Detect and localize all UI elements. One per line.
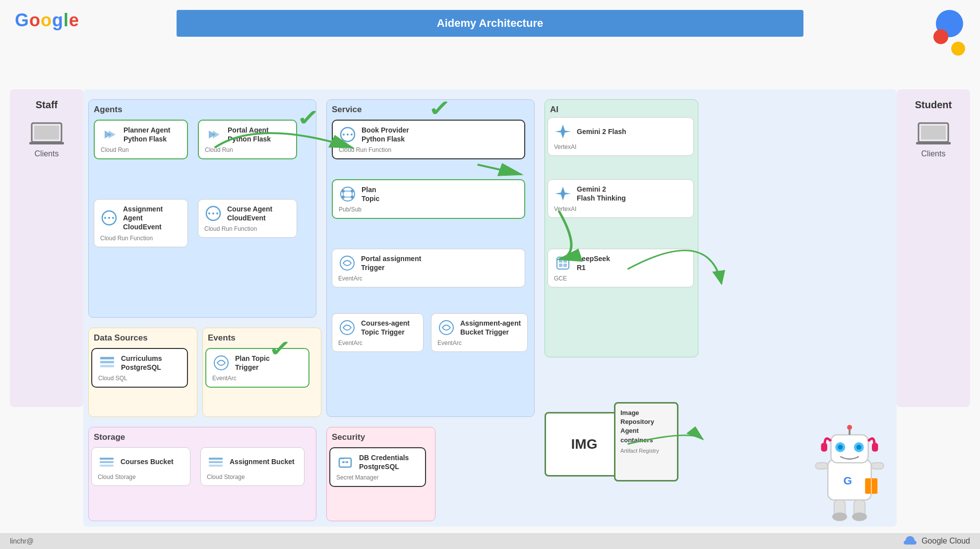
- portal-agent-card: Portal AgentPython Flask Cloud Run: [198, 120, 297, 159]
- svg-point-17: [216, 212, 218, 214]
- curriculums-icon: [98, 354, 116, 372]
- svg-rect-45: [100, 465, 114, 467]
- curriculums-card: CurriculumsPostgreSQL Cloud SQL: [91, 348, 188, 388]
- logo-o1: o: [29, 10, 40, 31]
- svg-rect-46: [209, 458, 223, 460]
- staff-label: Staff: [36, 99, 58, 111]
- portal-agent-sub: Cloud Run: [205, 146, 290, 153]
- svg-point-32: [340, 321, 354, 335]
- deepseek-card: DeepSeekR1 GCE: [548, 249, 694, 287]
- curriculums-name: CurriculumsPostgreSQL: [121, 354, 162, 372]
- logo-o2: o: [41, 10, 52, 31]
- assignment-bucket-trigger-sub: EventArc: [437, 340, 521, 346]
- svg-point-75: [832, 512, 847, 521]
- svg-marker-9: [213, 131, 220, 138]
- svg-rect-41: [100, 365, 114, 367]
- svg-rect-40: [100, 361, 114, 363]
- student-client-box: Clients: [916, 121, 951, 158]
- service-section: Service Book ProviderPython Flask Cloud …: [326, 99, 535, 417]
- gemini-flash-card: Gemini 2 Flash VertexAI: [548, 117, 694, 156]
- assignment-bucket-trigger-card: Assignment-agentBucket Trigger EventArc: [431, 313, 528, 352]
- agents-title: Agents: [94, 105, 311, 115]
- svg-rect-36: [563, 259, 567, 263]
- svg-point-19: [343, 134, 345, 136]
- courses-bucket-icon: [98, 453, 116, 471]
- portal-trigger-icon: [338, 254, 356, 272]
- svg-point-31: [340, 256, 354, 270]
- svg-rect-1: [34, 126, 59, 139]
- portal-assignment-trigger-card: Portal assignmentTrigger EventArc: [332, 249, 525, 287]
- student-panel: Student Clients: [897, 89, 970, 407]
- svg-point-33: [439, 321, 453, 335]
- student-clients-label: Clients: [921, 149, 946, 158]
- courses-bucket-sub: Cloud Storage: [98, 474, 184, 480]
- deepseek-name: DeepSeekR1: [577, 254, 610, 272]
- plan-topic-trigger-name: Plan TopicTrigger: [235, 354, 270, 372]
- course-agent-sub: Cloud Run Function: [204, 225, 291, 232]
- svg-rect-43: [100, 458, 114, 460]
- gemini-thinking-icon: [554, 185, 572, 203]
- gemini-thinking-name: Gemini 2Flash Thinking: [577, 185, 626, 203]
- plan-topic-trigger-icon: [212, 354, 230, 372]
- svg-marker-7: [109, 131, 116, 138]
- svg-rect-38: [563, 264, 567, 267]
- svg-rect-68: [821, 443, 828, 452]
- svg-point-15: [208, 212, 210, 214]
- planner-agent-name: Planner AgentPython Flask: [123, 126, 170, 143]
- svg-rect-47: [209, 461, 223, 463]
- assignment-bucket-name: Assignment Bucket: [230, 457, 295, 466]
- img-box: IMG: [545, 412, 624, 477]
- gemini-thinking-card: Gemini 2Flash Thinking VertexAI: [548, 179, 694, 218]
- book-provider-name: Book ProviderPython Flask: [362, 126, 409, 143]
- book-provider-sub: Cloud Run Function: [339, 146, 518, 153]
- svg-point-13: [112, 217, 114, 219]
- google-cloud-label: Google Cloud: [921, 537, 970, 546]
- courses-agent-trigger-name: Courses-agentTopic Trigger: [361, 319, 410, 337]
- plan-topic-icon: [339, 185, 357, 203]
- assignment-bucket-trigger-name: Assignment-agentBucket Trigger: [460, 319, 521, 337]
- ai-circle-red: [933, 29, 948, 44]
- svg-rect-37: [559, 264, 562, 267]
- plan-topic-sub: Pub/Sub: [339, 206, 518, 213]
- ai-title: AI: [550, 105, 693, 115]
- data-sources-section: Data Sources CurriculumsPostgreSQL Cloud…: [88, 328, 197, 417]
- ai-section: AI Gemini 2 Flash VertexAI Gemini 2Flash: [545, 99, 698, 357]
- staff-laptop-icon: [29, 121, 64, 145]
- assignment-bucket-sub: Cloud Storage: [207, 474, 298, 480]
- ai-badge: [933, 10, 965, 56]
- planner-agent-sub: Cloud Run: [101, 146, 181, 153]
- courses-agent-trigger-sub: EventArc: [338, 340, 417, 346]
- logo-g2: g: [52, 10, 63, 31]
- svg-point-22: [341, 187, 355, 201]
- service-title: Service: [332, 105, 529, 115]
- svg-point-16: [212, 212, 214, 214]
- svg-point-63: [857, 445, 861, 450]
- gemini-thinking-sub: VertexAI: [554, 206, 687, 212]
- svg-rect-69: [872, 443, 878, 452]
- courses-bucket-card: Courses Bucket Cloud Storage: [91, 447, 190, 486]
- artifacts-label-box: Image RepositoryAgent containers Artifac…: [614, 402, 678, 481]
- course-agent-icon: [204, 205, 222, 222]
- courses-agent-trigger-card: Courses-agentTopic Trigger EventArc: [332, 313, 424, 352]
- svg-rect-4: [921, 126, 946, 139]
- logo-l: l: [63, 10, 68, 31]
- robot-character: G: [807, 422, 892, 522]
- svg-rect-5: [916, 142, 951, 144]
- portal-agent-name: Portal AgentPython Flask: [228, 126, 271, 143]
- svg-rect-35: [559, 259, 562, 263]
- db-credentials-icon: ***: [336, 453, 354, 471]
- data-sources-title: Data Sources: [94, 333, 192, 343]
- svg-rect-66: [815, 463, 828, 469]
- assignment-bucket-card: Assignment Bucket Cloud Storage: [200, 447, 305, 486]
- agents-section: Agents Planner AgentPython Flask Cloud R…: [88, 99, 316, 318]
- student-label: Student: [915, 99, 952, 111]
- svg-rect-2: [29, 142, 64, 144]
- svg-rect-39: [100, 357, 114, 359]
- book-provider-card: Book ProviderPython Flask Cloud Run Func…: [332, 120, 525, 159]
- artifacts-title: Image RepositoryAgent containers: [620, 409, 672, 445]
- svg-rect-67: [871, 463, 884, 469]
- svg-rect-44: [100, 461, 114, 463]
- security-section: Security *** DB CredentialsPostgreSQL Se…: [326, 427, 435, 521]
- google-cloud-icon: [903, 534, 918, 549]
- deepseek-icon: [554, 254, 572, 272]
